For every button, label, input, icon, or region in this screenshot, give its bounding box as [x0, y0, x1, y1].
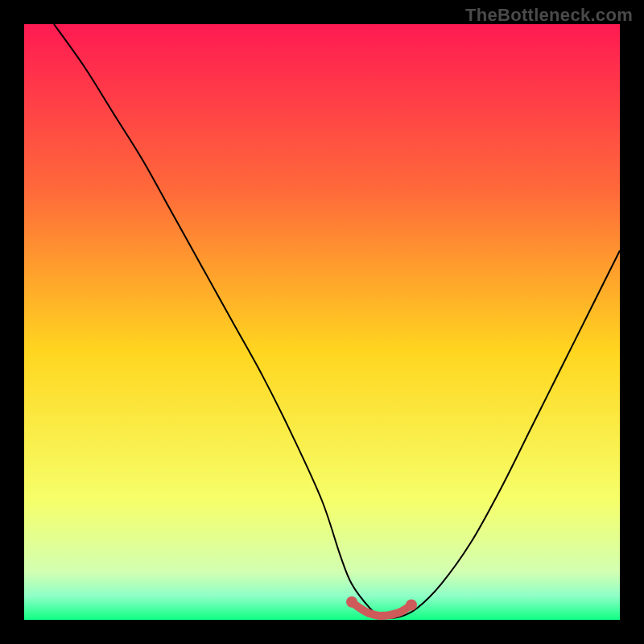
optimal-range-start-dot — [346, 597, 357, 608]
plot-area — [24, 24, 620, 620]
chart-frame: TheBottleneck.com — [0, 0, 644, 644]
optimal-range-end-dot — [406, 600, 417, 611]
watermark-text: TheBottleneck.com — [465, 5, 633, 26]
bottleneck-chart — [24, 24, 620, 620]
